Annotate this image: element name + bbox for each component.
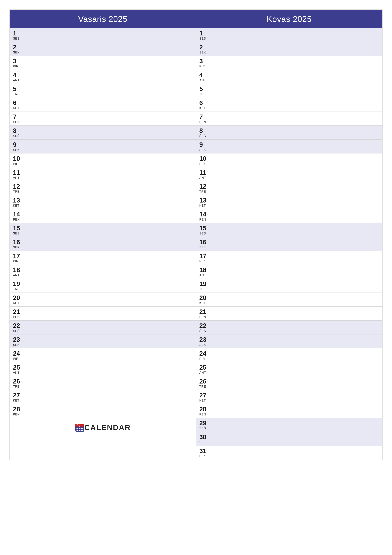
day-name-0-6: PEN bbox=[13, 120, 20, 124]
day-row-0-23: 24PIR bbox=[10, 348, 196, 362]
day-row-1-24: 25ANT bbox=[196, 362, 382, 376]
day-number-1-5: 6 bbox=[199, 99, 206, 106]
day-number-1-24: 25 bbox=[199, 364, 207, 371]
day-number-0-14: 15 bbox=[13, 225, 20, 232]
day-number-1-8: 9 bbox=[199, 141, 206, 148]
day-row-1-1: 2SEK bbox=[196, 42, 382, 56]
day-number-1-1: 2 bbox=[199, 44, 206, 51]
day-row-0-18: 19TRE bbox=[10, 279, 196, 293]
day-row-1-5: 6KET bbox=[196, 98, 382, 112]
day-number-0-25: 26 bbox=[13, 378, 20, 385]
day-row-1-7: 8ŠEŠ bbox=[196, 126, 382, 139]
day-row-1-3: 4ANT bbox=[196, 70, 382, 84]
day-name-0-2: PIR bbox=[13, 65, 19, 68]
day-row-0-0: 1ŠEŠ bbox=[10, 28, 196, 42]
day-row-0-17: 18ANT bbox=[10, 265, 196, 279]
day-name-0-22: SEK bbox=[13, 343, 20, 347]
day-name-0-5: KET bbox=[13, 106, 19, 110]
day-name-0-23: PIR bbox=[13, 357, 20, 361]
day-number-0-24: 25 bbox=[13, 364, 20, 371]
day-row-0-26: 27KET bbox=[10, 390, 196, 404]
day-number-0-23: 24 bbox=[13, 350, 20, 357]
day-number-0-7: 8 bbox=[13, 127, 20, 134]
day-name-0-17: ANT bbox=[13, 273, 20, 277]
day-name-0-10: ANT bbox=[13, 176, 20, 180]
day-number-1-16: 17 bbox=[199, 253, 207, 259]
day-name-1-27: PEN bbox=[199, 413, 207, 416]
day-name-0-27: PEN bbox=[13, 413, 20, 416]
day-row-1-21: 22ŠEŠ bbox=[196, 321, 382, 335]
day-number-1-20: 21 bbox=[199, 308, 207, 315]
day-row-0-4: 5TRE bbox=[10, 84, 196, 98]
day-name-1-11: TRE bbox=[199, 190, 207, 193]
day-name-0-7: ŠEŠ bbox=[13, 134, 20, 138]
month-column-1: Kovas 20251ŠEŠ2SEK3PIR4ANT5TRE6KET7PEN8Š… bbox=[196, 10, 382, 460]
day-name-1-2: PIR bbox=[199, 65, 205, 68]
day-number-1-19: 20 bbox=[199, 294, 207, 301]
day-name-0-20: PEN bbox=[13, 315, 20, 319]
day-row-1-26: 27KET bbox=[196, 390, 382, 404]
day-name-0-16: PIR bbox=[13, 259, 20, 263]
day-name-1-6: PEN bbox=[199, 120, 206, 124]
day-name-1-10: ANT bbox=[199, 176, 207, 180]
day-name-1-12: KET bbox=[199, 204, 207, 207]
svg-rect-9 bbox=[77, 430, 78, 431]
day-row-1-14: 15ŠEŠ bbox=[196, 223, 382, 237]
day-number-1-2: 3 bbox=[199, 58, 205, 65]
day-row-0-9: 10PIR bbox=[10, 153, 196, 167]
day-name-1-0: ŠEŠ bbox=[199, 37, 206, 40]
day-number-1-6: 7 bbox=[199, 113, 206, 120]
day-name-0-11: TRE bbox=[13, 190, 20, 193]
day-number-0-26: 27 bbox=[13, 392, 20, 399]
day-row-1-15: 16SEK bbox=[196, 237, 382, 251]
day-row-1-16: 17PIR bbox=[196, 251, 382, 265]
day-name-1-25: TRE bbox=[199, 385, 207, 388]
day-number-1-28: 29 bbox=[199, 420, 207, 427]
day-name-0-12: KET bbox=[13, 204, 20, 207]
day-name-1-4: TRE bbox=[199, 92, 206, 96]
day-name-1-5: KET bbox=[199, 106, 206, 110]
month-column-0: Vasaris 20251ŠEŠ2SEK3PIR4ANT5TRE6KET7PEN… bbox=[10, 10, 196, 460]
day-row-0-11: 12TRE bbox=[10, 181, 196, 195]
day-row-1-20: 21PEN bbox=[196, 307, 382, 321]
day-number-0-17: 18 bbox=[13, 266, 20, 273]
day-number-1-26: 27 bbox=[199, 392, 207, 399]
day-name-0-0: ŠEŠ bbox=[13, 37, 20, 40]
day-number-0-5: 6 bbox=[13, 99, 19, 106]
day-row-0-21: 22ŠEŠ bbox=[10, 321, 196, 335]
day-number-0-15: 16 bbox=[13, 239, 20, 246]
day-name-1-30: PIR bbox=[199, 454, 207, 458]
day-row-0-7: 8ŠEŠ bbox=[10, 126, 196, 139]
day-number-0-6: 7 bbox=[13, 113, 20, 120]
calendar-logo-text: CALENDAR bbox=[84, 423, 131, 432]
day-row-0-25: 26TRE bbox=[10, 376, 196, 390]
day-name-1-24: ANT bbox=[199, 371, 207, 374]
day-number-0-10: 11 bbox=[13, 169, 20, 176]
day-row-1-17: 18ANT bbox=[196, 265, 382, 279]
day-name-0-1: SEK bbox=[13, 51, 20, 54]
day-name-1-29: SEK bbox=[199, 440, 207, 444]
day-row-0-14: 15ŠEŠ bbox=[10, 223, 196, 237]
day-row-0-2: 3PIR bbox=[10, 56, 196, 70]
day-name-1-3: ANT bbox=[199, 79, 206, 82]
day-number-0-20: 21 bbox=[13, 308, 20, 315]
day-name-1-14: ŠEŠ bbox=[199, 232, 207, 235]
svg-rect-11 bbox=[81, 430, 83, 431]
day-row-0-8: 9SEK bbox=[10, 139, 196, 153]
day-number-0-2: 3 bbox=[13, 58, 19, 65]
day-row-0-16: 17PIR bbox=[10, 251, 196, 265]
month-header-0: Vasaris 2025 bbox=[10, 10, 196, 28]
day-name-1-7: ŠEŠ bbox=[199, 134, 206, 138]
day-name-1-13: PEN bbox=[199, 218, 207, 221]
day-number-1-9: 10 bbox=[199, 155, 207, 162]
day-row-0-1: 2SEK bbox=[10, 42, 196, 56]
day-row-0-5: 6KET bbox=[10, 98, 196, 112]
day-number-1-12: 13 bbox=[199, 197, 207, 204]
day-number-0-8: 9 bbox=[13, 141, 20, 148]
day-row-1-9: 10PIR bbox=[196, 153, 382, 167]
day-name-0-3: ANT bbox=[13, 79, 20, 82]
day-number-0-18: 19 bbox=[13, 280, 20, 287]
day-name-0-25: TRE bbox=[13, 385, 20, 388]
day-row-1-8: 9SEK bbox=[196, 139, 382, 153]
day-row-1-12: 13KET bbox=[196, 195, 382, 209]
